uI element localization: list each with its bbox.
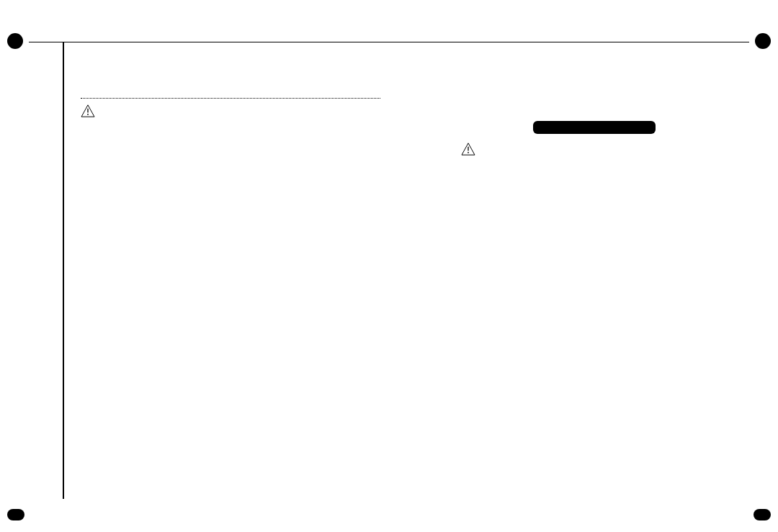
svg-rect-0: [87, 109, 88, 113]
page-number-right: [754, 509, 771, 520]
page-right: [432, 42, 756, 519]
left-gutter-rule: [63, 42, 64, 499]
page-left: [72, 42, 389, 519]
caution-left: [81, 104, 380, 117]
lang-badge-left: [7, 33, 23, 49]
svg-point-3: [468, 152, 469, 153]
right-osd-wrap: [432, 121, 756, 134]
page-number-left: [7, 509, 24, 520]
warning-icon: [461, 143, 475, 155]
dotted-rule: [81, 98, 380, 99]
lang-badge-right: [755, 33, 771, 49]
osd-clock-display: [533, 121, 656, 134]
warning-icon: [81, 104, 95, 117]
svg-rect-2: [468, 147, 468, 151]
svg-point-1: [87, 114, 89, 115]
caution-right: [461, 143, 756, 155]
